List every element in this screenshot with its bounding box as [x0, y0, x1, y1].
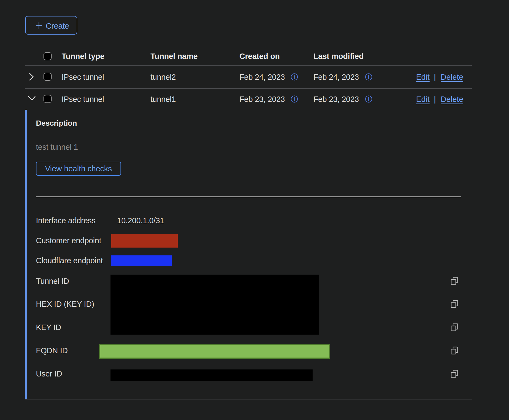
svg-text:i: i	[294, 96, 295, 102]
svg-text:i: i	[368, 96, 370, 102]
svg-text:i: i	[294, 74, 295, 80]
svg-text:i: i	[368, 74, 370, 80]
